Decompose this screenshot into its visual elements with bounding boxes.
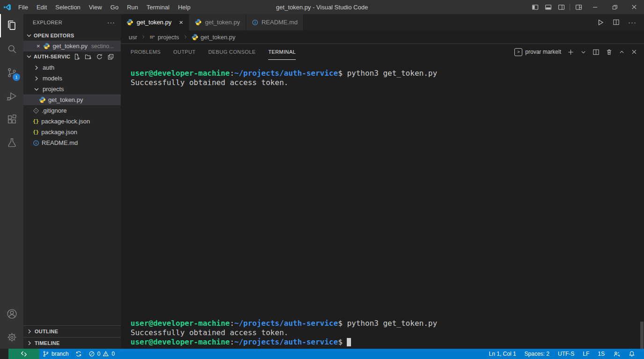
python-icon — [195, 19, 202, 26]
chevron-right-icon — [26, 339, 33, 347]
explorer-sidebar: EXPLORER ··· OPEN EDITORS × get_token.py… — [23, 14, 121, 349]
sync-indicator[interactable] — [72, 349, 85, 359]
menu-help[interactable]: Help — [174, 0, 195, 14]
explorer-more-actions-icon[interactable]: ··· — [107, 19, 115, 26]
terminal-dropdown-icon[interactable] — [580, 49, 586, 55]
workspace-folder-header[interactable]: AUTH-SERVIC — [23, 51, 121, 62]
new-terminal-icon[interactable] — [567, 49, 574, 56]
tree-item-get-token-py[interactable]: get_token.py — [23, 94, 121, 105]
account-icon[interactable] — [0, 302, 23, 325]
info-icon — [252, 19, 258, 26]
explorer-icon[interactable] — [0, 14, 23, 37]
tree-item--gitignore[interactable]: .gitignore — [23, 105, 121, 116]
tree-item-label: get_token.py — [48, 96, 83, 103]
toggle-panel-icon[interactable] — [542, 0, 555, 14]
editor-tab-0[interactable]: get_token.py× — [121, 14, 189, 30]
editor-tab-2[interactable]: README.md — [246, 14, 304, 30]
menu-selection[interactable]: Selection — [51, 0, 84, 14]
tree-item-projects[interactable]: projects — [23, 84, 121, 94]
menu-view[interactable]: View — [85, 0, 106, 14]
timeline-section[interactable]: TIMELINE — [23, 337, 121, 349]
panel-tabs: PROBLEMSOUTPUTDEBUG CONSOLETERMINAL — [131, 44, 308, 60]
branch-indicator[interactable]: branch — [39, 349, 72, 359]
extensions-icon[interactable] — [0, 108, 23, 131]
minimize-button[interactable] — [585, 0, 605, 14]
terminal-scrollbar[interactable] — [640, 322, 644, 349]
close-tab-icon[interactable]: × — [179, 18, 183, 26]
terminal-picker[interactable]: > provar markelt — [514, 48, 561, 56]
breadcrumb-item[interactable]: projects — [149, 34, 179, 41]
editor-tab-1[interactable]: get_token.py — [189, 14, 246, 30]
notifications-bell-icon[interactable] — [624, 349, 639, 359]
chevron-right-icon — [33, 64, 40, 72]
terminal-shell-label: provar markelt — [525, 49, 561, 55]
toggle-secondary-sidebar-icon[interactable] — [555, 0, 568, 14]
menu-file[interactable]: File — [14, 0, 32, 14]
tree-item-models[interactable]: models — [23, 73, 121, 84]
status-cursor-position[interactable]: Ln 1, Col 1 — [485, 349, 520, 359]
open-editors-label: OPEN EDITORS — [34, 33, 74, 38]
menu-go[interactable]: Go — [106, 0, 123, 14]
python-icon — [126, 19, 133, 26]
collapse-all-icon[interactable] — [107, 53, 114, 60]
tree-item-label: package-lock.json — [41, 118, 90, 125]
outline-section[interactable]: OUTLINE — [23, 325, 121, 337]
run-debug-icon[interactable] — [0, 84, 23, 108]
close-button[interactable] — [624, 0, 644, 14]
python-icon — [39, 96, 46, 103]
split-terminal-icon[interactable] — [593, 49, 600, 56]
status-encoding[interactable]: UTF-S — [554, 349, 578, 359]
panel-tab-problems[interactable]: PROBLEMS — [131, 44, 161, 60]
tree-item-package-json[interactable]: {}package.json — [23, 127, 121, 137]
terminal-viewport[interactable]: user@developer-machine:~/projects/auth-s… — [121, 60, 644, 349]
toggle-sidebar-icon[interactable] — [528, 0, 542, 14]
status-language[interactable]: 1S — [593, 349, 609, 359]
tree-item-package-lock-json[interactable]: {}package-lock.json — [23, 116, 121, 127]
panel-tab-output[interactable]: OUTPUT — [173, 44, 196, 60]
split-editor-icon[interactable] — [613, 19, 620, 26]
search-icon[interactable] — [0, 37, 23, 61]
refresh-icon[interactable] — [96, 53, 103, 60]
new-file-icon[interactable] — [73, 53, 80, 60]
menu-edit[interactable]: Edit — [32, 0, 51, 14]
testing-icon[interactable] — [0, 131, 23, 154]
close-panel-icon[interactable] — [631, 49, 637, 55]
maximize-panel-icon[interactable] — [619, 49, 625, 55]
customize-layout-icon[interactable] — [572, 0, 585, 14]
remote-indicator[interactable] — [8, 349, 39, 359]
explorer-actions — [73, 53, 119, 60]
status-eol[interactable]: LF — [578, 349, 593, 359]
close-editor-icon[interactable]: × — [37, 43, 40, 50]
run-file-icon[interactable] — [597, 19, 604, 26]
info-icon — [33, 140, 39, 146]
open-editors-header[interactable]: OPEN EDITORS — [23, 30, 121, 41]
tree-item-label: .gitignore — [42, 107, 66, 114]
feedback-icon[interactable] — [609, 349, 624, 359]
breadcrumb-separator-icon — [183, 34, 188, 40]
breadcrumb-item[interactable]: usr — [129, 34, 137, 41]
restore-button[interactable] — [605, 0, 624, 14]
terminal-line: user@developer-machine:~/projects/auth-s… — [131, 337, 637, 347]
panel-header: PROBLEMSOUTPUTDEBUG CONSOLETERMINAL > pr… — [121, 44, 644, 60]
status-indentation[interactable]: Spaces: 2 — [520, 349, 554, 359]
status-bar: branch 0 0 Ln 1, Col 1Spaces: 2UTF-SLF1S — [0, 349, 644, 359]
panel-tab-terminal[interactable]: TERMINAL — [268, 44, 296, 60]
tab-label: get_token.py — [137, 19, 171, 26]
outline-label: OUTLINE — [35, 329, 58, 334]
menu-terminal[interactable]: Terminal — [142, 0, 174, 14]
panel-tab-debug-console[interactable]: DEBUG CONSOLE — [208, 44, 256, 60]
tree-item-readme-md[interactable]: README.md — [23, 137, 121, 148]
statusbar-right: Ln 1, Col 1Spaces: 2UTF-SLF1S — [485, 349, 644, 359]
new-folder-icon[interactable] — [85, 53, 92, 60]
terminal-output-top: user@developer-machine:~/projects/auth-s… — [131, 69, 637, 87]
tree-item-label: auth — [43, 64, 54, 71]
terminal-line: Successfully obtained access token. — [131, 78, 637, 87]
kill-terminal-icon[interactable] — [606, 49, 613, 56]
source-control-icon[interactable]: 1 — [0, 61, 23, 84]
menu-run[interactable]: Run — [123, 0, 142, 14]
problems-indicator[interactable]: 0 0 — [85, 349, 118, 359]
tree-item-auth[interactable]: auth — [23, 62, 121, 73]
settings-gear-icon[interactable] — [0, 325, 23, 349]
breadcrumb-item[interactable]: get_token.py — [191, 34, 235, 41]
open-editor-item[interactable]: × get_token.py sectino... — [23, 41, 121, 51]
